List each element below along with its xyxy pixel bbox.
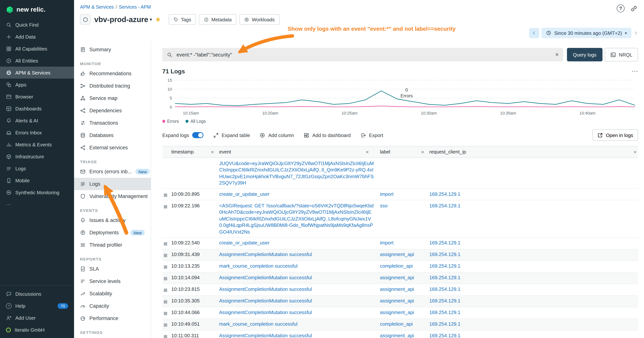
breadcrumb-services-apm[interactable]: Services - APM <box>119 5 151 10</box>
sidebar-item-infrastructure[interactable]: Infrastructure <box>0 150 74 162</box>
table-row[interactable]: 10:10:49.051 mark_course_completion succ… <box>162 319 638 330</box>
table-row[interactable]: 10:10:35.305 AssignmentCompletionMutatio… <box>162 295 638 307</box>
cell-ip-link[interactable]: 169.254.129.1 <box>429 203 460 208</box>
cell-ip-link[interactable]: 169.254.129.1 <box>429 286 460 292</box>
row-checkbox[interactable] <box>164 300 167 303</box>
nrql-button[interactable]: NRQL <box>605 48 638 61</box>
row-checkbox[interactable] <box>164 312 167 315</box>
subnav-item-summary[interactable]: Summary <box>74 44 151 56</box>
row-checkbox[interactable] <box>164 242 167 245</box>
row-checkbox[interactable] <box>164 277 167 280</box>
expand-table-button[interactable]: Expand table <box>213 132 250 138</box>
remove-event-column-icon[interactable]: × <box>366 149 369 155</box>
breadcrumb-apm-services[interactable]: APM & Services <box>80 5 114 10</box>
cell-ip-link[interactable]: 169.254.129.1 <box>429 191 460 197</box>
subnav-item-service-levels[interactable]: Service levels <box>74 275 151 287</box>
subnav-item-service-map[interactable]: Service map <box>74 92 151 104</box>
permalink-icon[interactable] <box>630 5 637 12</box>
cell-event-link[interactable]: AssignmentCompletionMutation successful <box>219 298 312 303</box>
add-to-dashboard-button[interactable]: Add to dashboard <box>304 132 350 138</box>
row-checkbox[interactable] <box>164 193 167 197</box>
cell-ip-link[interactable]: 169.254.129.1 <box>429 298 460 303</box>
subnav-item-dependencies[interactable]: Dependencies <box>74 104 151 117</box>
subnav-item-scalability[interactable]: Scalability <box>74 287 151 300</box>
cell-ip-link[interactable]: 169.254.129.1 <box>429 321 460 327</box>
time-forward-button[interactable] <box>634 31 638 35</box>
add-column-button[interactable]: Add column <box>260 132 294 138</box>
export-button[interactable]: Export <box>360 132 383 138</box>
cell-label-link[interactable]: assignment_api <box>380 309 414 315</box>
cell-event-link[interactable]: mark_course_completion successful <box>219 263 298 269</box>
sidebar-item-browser[interactable]: Browser <box>0 91 74 103</box>
cell-label-link[interactable]: completion_api <box>380 263 413 269</box>
cell-label-link[interactable]: assignment_api <box>380 275 414 280</box>
table-row[interactable]: 10:09:20.895 create_or_update_user impor… <box>162 189 638 200</box>
metadata-button[interactable]: Metadata <box>199 14 236 25</box>
chevron-down-icon[interactable]: ▾ <box>150 17 152 22</box>
cell-label-link[interactable]: assignment_api <box>380 333 414 338</box>
remove-timestamp-column-icon[interactable]: × <box>211 149 214 155</box>
legend-errors[interactable]: Errors <box>162 119 179 124</box>
open-in-logs-button[interactable]: Open in logs <box>592 130 638 141</box>
row-checkbox[interactable] <box>164 205 167 208</box>
remove-ip-column-icon[interactable]: × <box>634 149 636 155</box>
subnav-item-logs[interactable]: Logs <box>74 178 151 190</box>
cell-label-link[interactable]: sso <box>380 203 388 208</box>
cell-ip-link[interactable]: 169.254.129.1 <box>429 263 460 269</box>
cell-ip-link[interactable]: 169.254.129.1 <box>429 275 460 280</box>
time-picker[interactable]: Since 30 minutes ago (GMT+2) ▾ <box>542 28 631 38</box>
subnav-item-capacity[interactable]: Capacity <box>74 300 151 312</box>
row-checkbox[interactable] <box>164 335 167 338</box>
subnav-item-performance[interactable]: Performance <box>74 312 151 324</box>
cell-label-link[interactable]: import <box>380 240 394 245</box>
row-checkbox[interactable] <box>164 265 167 269</box>
tags-button[interactable]: Tags <box>168 14 196 25</box>
sidebar-item-discussions[interactable]: Discussions <box>0 288 74 300</box>
subnav-item-vulnerability-management[interactable]: Vulnerability Management <box>74 190 151 202</box>
help-circle-icon[interactable]: ? <box>617 5 624 12</box>
table-row[interactable]: 10:09:22.540 create_or_update_user impor… <box>162 237 638 249</box>
page-title[interactable]: vbv-prod-azure <box>94 15 148 24</box>
sidebar-item-synthetic-monitoring[interactable]: Synthetic Monitoring <box>0 186 74 198</box>
subnav-item-deployments[interactable]: Deployments New <box>74 226 151 239</box>
cell-event-link[interactable]: AssignmentCompletionMutation successful <box>219 286 312 292</box>
cell-label-link[interactable]: import <box>380 191 394 197</box>
subnav-item-recommendations[interactable]: Recommendations <box>74 67 151 80</box>
workloads-button[interactable]: Workloads <box>240 14 280 25</box>
sidebar-item-logs[interactable]: Logs <box>0 162 74 174</box>
cell-label-link[interactable]: assignment_api <box>380 286 414 292</box>
cell-ip-link[interactable]: 169.254.129.1 <box>429 251 460 257</box>
sidebar-item-all-capabilities[interactable]: All Capabilities <box>0 43 74 55</box>
sidebar-item-apm-services[interactable]: APM & Services <box>0 67 74 79</box>
cell-ip-link[interactable]: 169.254.129.1 <box>429 309 460 315</box>
sidebar-item-all-entities[interactable]: All Entities <box>0 55 74 67</box>
sidebar-item-errors-inbox[interactable]: Errors Inbox <box>0 127 74 139</box>
row-checkbox[interactable] <box>164 254 167 257</box>
sidebar-item-help[interactable]: ? Help 70 <box>0 300 74 312</box>
row-checkbox[interactable] <box>164 323 167 327</box>
table-row[interactable]: 10:11:00.311 AssignmentCompletionMutatio… <box>162 330 638 338</box>
sidebar-item-add-data[interactable]: Add Data <box>0 31 74 43</box>
cell-label-link[interactable]: completion_api <box>380 321 413 327</box>
clear-query-icon[interactable]: × <box>555 52 559 58</box>
table-row[interactable]: 10:10:13.235 mark_course_completion succ… <box>162 261 638 272</box>
cell-event-link[interactable]: JUQVU&code=eyJraWQiOiJjcGltY29yZV8wOTl1M… <box>219 160 374 186</box>
subnav-item-databases[interactable]: Databases <box>74 129 151 142</box>
cell-event-link[interactable]: AssignmentCompletionMutation successful <box>219 251 312 257</box>
subnav-item-thread-profiler[interactable]: Thread profiler <box>74 239 151 251</box>
sidebar-item-more[interactable]: ⋯ <box>0 198 74 210</box>
cell-event-link[interactable]: <ASGIRequest: GET '/sso/callback/?state=… <box>219 203 374 234</box>
time-back-button[interactable] <box>529 28 539 38</box>
brand-logo[interactable]: new relic. <box>0 4 74 19</box>
cell-ip-link[interactable]: 169.254.129.1 <box>429 333 460 338</box>
sidebar-item-add-user[interactable]: Add User <box>0 312 74 324</box>
cell-event-link[interactable]: AssignmentCompletionMutation successful <box>219 333 312 338</box>
table-row[interactable]: JUQVU&code=eyJraWQiOiJjcGltY29yZV8wOTl1M… <box>162 158 638 189</box>
sidebar-item-dashboards[interactable]: Dashboards <box>0 103 74 115</box>
sidebar-item-quick-find[interactable]: Quick Find <box>0 19 74 31</box>
subnav-item-sla[interactable]: SLA <box>74 263 151 275</box>
cell-event-link[interactable]: AssignmentCompletionMutation successful <box>219 309 312 315</box>
expand-logs-toggle[interactable] <box>192 132 203 138</box>
sidebar-item-apps[interactable]: Apps <box>0 79 74 91</box>
subnav-item-errors-inbox[interactable]: Errors (errors inb... New <box>74 165 151 178</box>
